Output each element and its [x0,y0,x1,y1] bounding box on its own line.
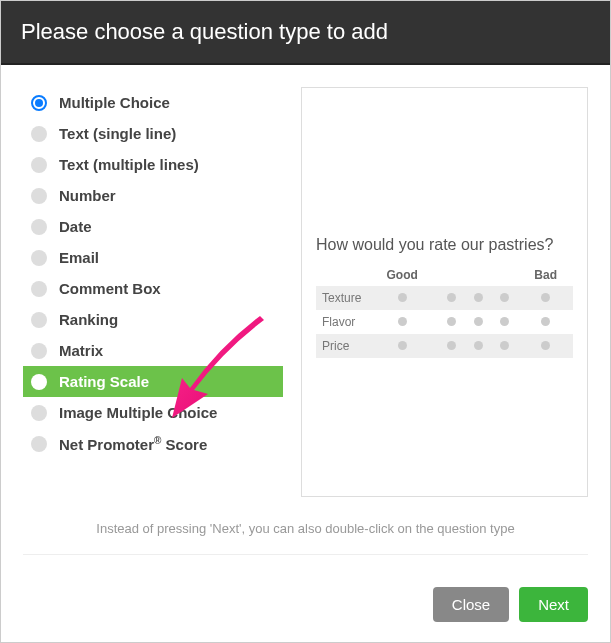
radio-icon [31,343,47,359]
radio-icon [31,219,47,235]
rating-dot-icon [398,317,407,326]
question-type-label: Net Promoter® Score [59,435,207,453]
rating-row: Flavor [316,310,573,334]
preview-panel: How would you rate our pastries? Good Ba… [301,87,588,497]
close-button[interactable]: Close [433,587,509,622]
rating-cell [492,310,519,334]
rating-preview-table: Good BadTextureFlavorPrice [316,264,573,358]
rating-cell [492,286,519,310]
rating-dot-icon [474,317,483,326]
question-type-label: Rating Scale [59,373,149,390]
modal-body: Multiple ChoiceText (single line)Text (m… [1,65,610,569]
question-type-option[interactable]: Rating Scale [23,366,283,397]
scale-header-blank [492,264,519,286]
rating-row: Price [316,334,573,358]
rating-dot-icon [500,317,509,326]
rating-dot-icon [474,341,483,350]
radio-icon [31,374,47,390]
rating-row-label: Texture [316,286,366,310]
question-type-option[interactable]: Text (multiple lines) [23,149,283,180]
question-type-option[interactable]: Multiple Choice [23,87,283,118]
question-type-option[interactable]: Comment Box [23,273,283,304]
modal-footer: Close Next [1,569,610,642]
rating-dot-icon [541,317,550,326]
question-type-option[interactable]: Net Promoter® Score [23,428,283,460]
next-button[interactable]: Next [519,587,588,622]
rating-cell [518,286,573,310]
question-type-option[interactable]: Image Multiple Choice [23,397,283,428]
scale-right-label: Bad [518,264,573,286]
question-type-label: Number [59,187,116,204]
preview-question-title: How would you rate our pastries? [316,236,573,254]
question-type-label: Comment Box [59,280,161,297]
rating-dot-icon [500,293,509,302]
question-type-label: Ranking [59,311,118,328]
scale-header-empty [316,264,366,286]
rating-cell [366,310,438,334]
question-type-option[interactable]: Number [23,180,283,211]
scale-left-label: Good [366,264,438,286]
rating-cell [518,310,573,334]
rating-cell [366,286,438,310]
rating-cell [366,334,438,358]
rating-dot-icon [398,341,407,350]
radio-icon [31,157,47,173]
question-type-label: Text (single line) [59,125,176,142]
question-type-label: Date [59,218,92,235]
rating-dot-icon [398,293,407,302]
radio-icon [31,436,47,452]
rating-row-label: Flavor [316,310,366,334]
rating-cell [518,334,573,358]
question-type-option[interactable]: Ranking [23,304,283,335]
rating-cell [438,286,465,310]
hint-text: Instead of pressing 'Next', you can also… [23,521,588,555]
radio-icon [31,126,47,142]
rating-cell [465,286,492,310]
question-type-modal: Please choose a question type to add Mul… [0,0,611,643]
content-row: Multiple ChoiceText (single line)Text (m… [23,87,588,497]
rating-dot-icon [447,317,456,326]
radio-icon [31,405,47,421]
rating-row-label: Price [316,334,366,358]
question-type-option[interactable]: Date [23,211,283,242]
modal-title: Please choose a question type to add [1,1,610,65]
scale-header-blank [438,264,465,286]
rating-dot-icon [541,293,550,302]
radio-icon [31,281,47,297]
radio-icon [31,312,47,328]
question-type-option[interactable]: Matrix [23,335,283,366]
question-type-option[interactable]: Email [23,242,283,273]
rating-cell [438,334,465,358]
rating-dot-icon [447,293,456,302]
rating-dot-icon [474,293,483,302]
rating-dot-icon [541,341,550,350]
rating-cell [438,310,465,334]
question-type-label: Text (multiple lines) [59,156,199,173]
rating-dot-icon [500,341,509,350]
question-type-option[interactable]: Text (single line) [23,118,283,149]
question-type-label: Email [59,249,99,266]
rating-cell [465,334,492,358]
radio-icon [31,95,47,111]
question-type-label: Matrix [59,342,103,359]
radio-icon [31,250,47,266]
rating-cell [492,334,519,358]
rating-row: Texture [316,286,573,310]
question-type-label: Image Multiple Choice [59,404,217,421]
rating-dot-icon [447,341,456,350]
rating-cell [465,310,492,334]
question-type-list: Multiple ChoiceText (single line)Text (m… [23,87,283,497]
radio-icon [31,188,47,204]
question-type-label: Multiple Choice [59,94,170,111]
scale-header-blank [465,264,492,286]
